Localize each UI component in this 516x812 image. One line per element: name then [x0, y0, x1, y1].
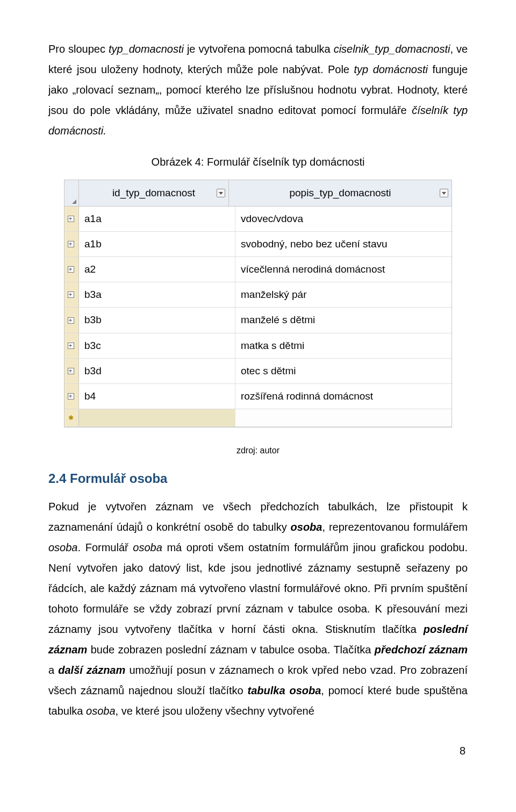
expand-icon[interactable] [64, 282, 79, 307]
figure-source: zdroj: autor [48, 443, 468, 459]
intro-paragraph: Pro sloupec typ_domacnosti je vytvořena … [48, 39, 468, 141]
text-bolditalic: předchozí záznam [375, 644, 468, 656]
text-bolditalic: další záznam [58, 664, 125, 676]
text: , reprezentovanou formulářem [322, 521, 468, 533]
text: je vytvořena pomocná tabulka [184, 43, 334, 55]
text-bolditalic: tabulka osoba [248, 685, 321, 696]
column-header-popis[interactable]: popis_typ_domacnosti [229, 180, 452, 206]
figure-caption: Obrázek 4: Formulář číselník typ domácno… [48, 152, 468, 172]
text-bolditalic: osoba [291, 521, 322, 533]
expand-icon[interactable] [64, 359, 79, 383]
new-record-icon[interactable] [64, 409, 79, 426]
text-italic: typ_domacnosti [109, 43, 184, 55]
cell-id[interactable]: a1b [79, 232, 235, 257]
text-italic: ciselnik_typ_domacnosti [334, 43, 450, 55]
expand-icon[interactable] [64, 308, 79, 332]
expand-icon[interactable] [64, 206, 79, 231]
cell-id[interactable]: b3b [79, 308, 235, 332]
page-number: 8 [48, 740, 468, 761]
text: Pro sloupec [48, 43, 109, 55]
text-italic: osoba [86, 705, 116, 717]
new-record-row[interactable] [64, 409, 452, 427]
expand-icon[interactable] [64, 384, 79, 409]
column-header-label: id_typ_domacnost [112, 187, 195, 198]
cell-id[interactable]: b4 [79, 384, 235, 409]
text-italic: typ domácnosti [354, 63, 427, 75]
dropdown-icon[interactable] [217, 189, 225, 197]
expand-icon[interactable] [64, 333, 79, 358]
body-paragraph: Pokud je vytvořen záznam ve všech předch… [48, 496, 468, 721]
text-italic: osoba [133, 542, 162, 553]
column-header-id[interactable]: id_typ_domacnost [79, 180, 229, 206]
text: , ve které jsou uloženy všechny vytvořen… [116, 705, 314, 717]
cell-popis[interactable]: vícečlenná nerodiná domácnost [235, 257, 452, 282]
text: a [48, 664, 58, 676]
cell-popis[interactable]: svobodný, nebo bez učení stavu [235, 232, 452, 257]
text-italic: osoba [48, 542, 78, 553]
cell-popis-empty[interactable] [235, 409, 452, 426]
cell-popis[interactable]: manželský pár [235, 282, 452, 307]
cell-popis[interactable]: rozšířená rodinná domácnost [235, 384, 452, 409]
table-row[interactable]: a1b svobodný, nebo bez učení stavu [64, 232, 452, 257]
table-row[interactable]: b4 rozšířená rodinná domácnost [64, 384, 452, 409]
section-heading: 2.4 Formulář osoba [48, 466, 468, 491]
table-row[interactable]: b3c matka s dětmi [64, 333, 452, 359]
cell-popis[interactable]: vdovec/vdova [235, 206, 452, 231]
cell-popis[interactable]: otec s dětmi [235, 359, 452, 383]
table-row[interactable]: b3b manželé s dětmi [64, 308, 452, 333]
table-row[interactable]: b3d otec s dětmi [64, 359, 452, 384]
text: . Formulář [78, 542, 133, 553]
dropdown-icon[interactable] [440, 189, 448, 197]
cell-id[interactable]: a1a [79, 206, 235, 231]
table-header-row: id_typ_domacnost popis_typ_domacnosti [64, 180, 452, 206]
cell-id[interactable]: b3c [79, 333, 235, 358]
table-row[interactable]: b3a manželský pár [64, 282, 452, 308]
expand-icon[interactable] [64, 257, 79, 282]
datasheet-table: id_typ_domacnost popis_typ_domacnosti a1… [64, 180, 452, 428]
expand-icon[interactable] [64, 232, 79, 257]
cell-id-empty[interactable] [79, 409, 235, 426]
cell-id[interactable]: b3a [79, 282, 235, 307]
select-all-corner[interactable] [64, 180, 79, 206]
column-header-label: popis_typ_domacnosti [289, 187, 391, 198]
text: má oproti všem ostatním formulářům jinou… [48, 542, 468, 635]
cell-popis[interactable]: matka s dětmi [235, 333, 452, 358]
cell-id[interactable]: a2 [79, 257, 235, 282]
table-row[interactable]: a2 vícečlenná nerodiná domácnost [64, 257, 452, 282]
cell-popis[interactable]: manželé s dětmi [235, 308, 452, 332]
table-row[interactable]: a1a vdovec/vdova [64, 206, 452, 232]
text: bude zobrazen poslední záznam v tabulce … [87, 644, 375, 656]
cell-id[interactable]: b3d [79, 359, 235, 383]
